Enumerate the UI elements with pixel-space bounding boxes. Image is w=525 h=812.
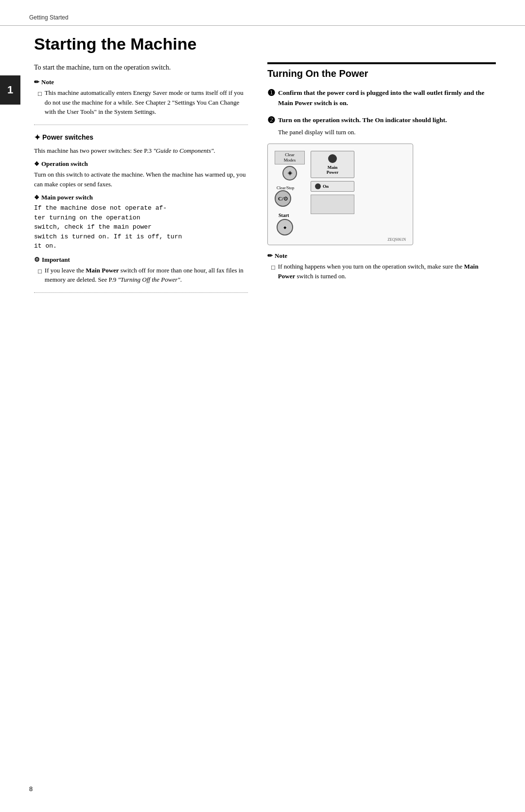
operation-switch-label: Operation switch [41,160,88,168]
right-note-title: ✏ Note [267,252,496,260]
main-power-switch-heading: ❖ Main power switch [34,194,248,201]
clear-stop-label: Clear/Stop [277,185,294,190]
note-text: This machine automatically enters Energy… [45,88,248,117]
power-switches-heading: ✦ Power switches [34,133,248,142]
important-icon: ⚙ [34,256,40,264]
operation-switch-heading: ❖ Operation switch [34,160,248,168]
page-title: Starting the Machine [34,35,496,54]
right-note-bullet: □ [271,263,275,272]
right-note-label: Note [275,252,287,260]
clear-modes-btn: ◈ [282,166,297,180]
main-power-indicator [328,154,337,163]
important-bullet: □ [38,267,42,276]
on-label: On [323,184,329,189]
left-column: To start the machine, turn on the operat… [34,62,248,301]
chapter-number: 1 [7,84,13,96]
important-label: Important [42,256,70,264]
start-label: Start [279,213,289,218]
step-1: ❶ Confirm that the power cord is plugged… [267,88,496,108]
note-box: ✏ Note □ This machine automatically ente… [34,78,248,117]
header: Getting Started [0,0,525,26]
main-power-switch-label: Main power switch [41,194,93,201]
right-note-item: □ If nothing happens when you turn on th… [271,262,496,281]
power-switches-text: This machine has two power switches: See… [34,146,248,156]
diagram-credit: ZEQS061N [275,237,406,242]
right-note-box: ✏ Note □ If nothing happens when you tur… [267,252,496,281]
page: Getting Started 1 Starting the Machine T… [0,0,525,812]
start-area: Start ⬥ [275,213,293,235]
step-1-text: Confirm that the power cord is plugged i… [278,88,496,108]
note-bullet: □ [38,89,42,99]
main-power-switch-text: If the machine dose not operate af-ter t… [34,203,248,251]
two-column-layout: To start the machine, turn on the operat… [34,62,496,301]
step-1-num: ❶ [267,88,275,99]
clear-stop-area: Clear/Stop C/⊙ [275,185,294,207]
important-text: If you leave the Main Power switch off f… [45,266,248,285]
step-2-content: ❷ Turn on the operation switch. The On i… [267,115,496,137]
start-btn: ⬥ [277,219,293,235]
main-power-box: MainPower [311,151,354,178]
on-dot [315,183,321,189]
power-switches-label: Power switches [42,133,93,141]
right-column: Turning On the Power ❶ Confirm that the … [267,62,496,288]
note-title: ✏ Note [34,78,248,86]
note-label: Note [41,78,54,86]
right-note-icon: ✏ [267,252,273,260]
note-item: □ This machine automatically enters Ener… [38,88,248,117]
operation-switch-text: Turn on this switch to activate the mach… [34,170,248,189]
breadcrumb: Getting Started [29,14,69,21]
page-number: 8 [29,785,33,793]
dotted-divider-top [34,125,248,125]
left-buttons: ClearModes ◈ Clear/Stop C/⊙ [275,151,305,235]
sun-icon: ✦ [34,133,40,142]
step-2: ❷ Turn on the operation switch. The On i… [267,115,496,137]
section-heading-text: Turning On the Power [267,68,368,79]
dotted-divider-bottom [34,292,248,293]
chapter-tab: 1 [0,75,20,105]
display-area [311,195,354,214]
intro-text: To start the machine, turn on the operat… [34,62,248,72]
machine-diagram: ClearModes ◈ Clear/Stop C/⊙ [267,144,413,245]
right-panel: MainPower On [311,151,354,214]
main-power-label: MainPower [327,165,339,175]
on-indicator-box: On [311,181,354,192]
note-icon: ✏ [34,78,39,86]
step-2-text: Turn on the operation switch. The On ind… [278,116,447,124]
diamond-icon: ❖ [34,161,39,168]
main-content: Starting the Machine To start the machin… [0,35,525,320]
c-button: C/⊙ [275,190,291,207]
step-1-content: ❶ Confirm that the power cord is plugged… [267,88,496,108]
right-note-text: If nothing happens when you turn on the … [278,262,496,281]
step-2-num: ❷ [267,115,275,126]
important-item: □ If you leave the Main Power switch off… [38,266,248,285]
important-heading: ⚙ Important [34,256,248,264]
clear-modes-label: ClearModes [275,151,305,164]
section-heading: Turning On the Power [267,62,496,79]
diagram-inner: ClearModes ◈ Clear/Stop C/⊙ [275,151,406,235]
diamond-icon-2: ❖ [34,194,39,201]
step-2-subtext: The panel display will turn on. [278,127,447,137]
